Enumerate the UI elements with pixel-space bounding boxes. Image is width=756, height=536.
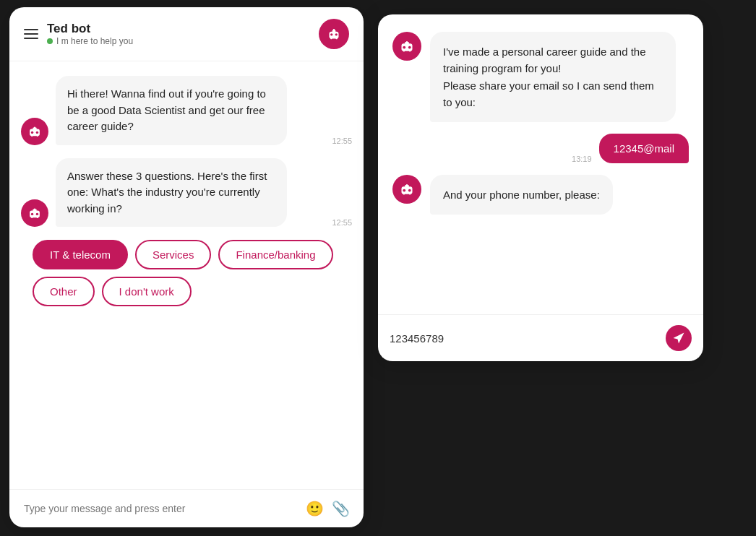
- right-bot-message-1: I've made a personal career guide and th…: [430, 32, 676, 122]
- chat-input[interactable]: [24, 503, 297, 514]
- message-row-2: Answer these 3 questions. Here's the fir…: [21, 158, 352, 228]
- svg-point-3: [335, 33, 338, 35]
- chat-header: Ted bot I m here to help you: [9, 7, 364, 61]
- chat-input-bar: 🙂 📎: [9, 489, 364, 527]
- right-bot-avatar-1: [392, 32, 421, 61]
- left-chat-panel: Ted bot I m here to help you: [9, 7, 364, 527]
- svg-rect-6: [330, 38, 332, 40]
- right-bot-avatar-2: [392, 175, 421, 204]
- right-messages: I've made a personal career guide and th…: [378, 14, 703, 314]
- bot-avatar-header: [319, 19, 349, 49]
- right-input-bar: [378, 314, 703, 361]
- right-bot-message-2-row: And your phone number, please:: [392, 175, 689, 215]
- bot-icon-1: [27, 124, 43, 139]
- message-row-1: Hi there! Wanna find out if you're going…: [21, 76, 352, 145]
- svg-point-2: [330, 33, 332, 35]
- user-message-row: 13:19 12345@mail: [392, 134, 689, 163]
- svg-rect-20: [31, 217, 33, 218]
- bot-status: I m here to help you: [47, 36, 133, 46]
- user-msg-time: 13:19: [572, 155, 592, 163]
- svg-rect-27: [403, 51, 405, 52]
- right-chat-panel: I've made a personal career guide and th…: [378, 14, 703, 361]
- emoji-icon[interactable]: 🙂: [306, 500, 323, 517]
- message-text-2: Answer these 3 questions. Here's the fir…: [67, 170, 267, 215]
- svg-point-5: [333, 29, 335, 30]
- right-msg-text-1: I've made a personal career guide and th…: [443, 46, 654, 108]
- svg-rect-21: [37, 217, 38, 218]
- svg-point-12: [34, 126, 35, 128]
- quick-reply-other[interactable]: Other: [33, 277, 95, 306]
- svg-rect-14: [37, 135, 38, 136]
- svg-point-31: [408, 189, 411, 192]
- bot-message-2-row: Answer these 3 questions. Here's the fir…: [21, 158, 287, 228]
- svg-rect-13: [31, 135, 33, 136]
- svg-rect-34: [403, 194, 405, 195]
- bot-avatar-icon: [325, 25, 343, 43]
- right-bot-icon-2: [398, 181, 416, 198]
- svg-point-24: [408, 46, 411, 49]
- status-dot: [47, 38, 53, 44]
- svg-rect-35: [409, 194, 411, 195]
- bot-name: Ted bot: [47, 22, 133, 36]
- message-text-1: Hi there! Wanna find out if you're going…: [67, 87, 266, 132]
- svg-point-9: [31, 131, 33, 133]
- svg-point-33: [406, 184, 408, 186]
- bot-avatar-2: [21, 199, 48, 227]
- bot-icon-2: [27, 205, 43, 221]
- bot-message-1: Hi there! Wanna find out if you're going…: [56, 76, 287, 145]
- svg-point-23: [403, 46, 405, 49]
- chat-messages: Hi there! Wanna find out if you're going…: [9, 61, 364, 489]
- header-title-block: Ted bot I m here to help you: [47, 22, 133, 46]
- svg-point-10: [36, 131, 38, 133]
- right-chat-input[interactable]: [390, 332, 660, 345]
- quick-reply-finance[interactable]: Finance/banking: [218, 240, 332, 269]
- bot-message-2: Answer these 3 questions. Here's the fir…: [56, 158, 287, 228]
- svg-point-26: [406, 41, 408, 43]
- svg-rect-7: [335, 38, 337, 40]
- quick-reply-it-telecom[interactable]: IT & telecom: [33, 240, 128, 269]
- user-email-bubble: 12345@mail: [599, 134, 689, 163]
- quick-reply-no-work[interactable]: I don't work: [102, 277, 192, 306]
- message-time-1: 12:55: [332, 137, 352, 145]
- status-text: I m here to help you: [56, 36, 133, 46]
- menu-icon[interactable]: [24, 29, 38, 39]
- right-bot-icon-1: [398, 38, 416, 55]
- bot-avatar-1: [21, 118, 48, 145]
- svg-point-19: [34, 208, 35, 209]
- svg-point-17: [36, 213, 38, 215]
- attachment-icon[interactable]: 📎: [332, 500, 349, 517]
- svg-rect-28: [409, 51, 411, 52]
- header-left: Ted bot I m here to help you: [24, 22, 133, 46]
- quick-replies: IT & telecom Services Finance/banking Ot…: [21, 240, 352, 306]
- right-bot-message-1-row: I've made a personal career guide and th…: [392, 32, 689, 122]
- svg-point-16: [31, 213, 33, 215]
- message-time-2: 12:55: [332, 218, 352, 227]
- svg-point-30: [403, 189, 405, 192]
- send-icon: [672, 332, 685, 345]
- quick-reply-services[interactable]: Services: [135, 240, 212, 269]
- send-button[interactable]: [666, 325, 692, 351]
- right-bot-message-2: And your phone number, please:: [430, 175, 613, 215]
- bot-message-1-row: Hi there! Wanna find out if you're going…: [21, 76, 287, 145]
